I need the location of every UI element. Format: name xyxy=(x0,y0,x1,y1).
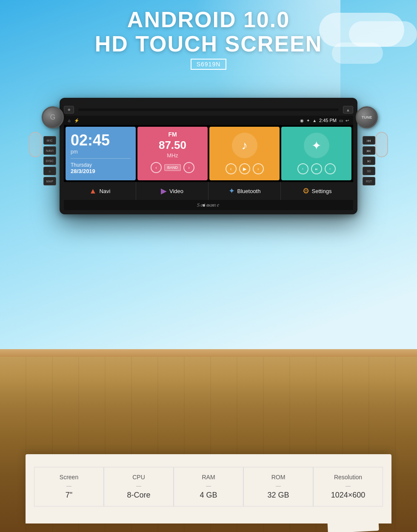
app-grid: 02:45 pm Thursday 28/3/2019 FM 87.50 MHz… xyxy=(64,125,353,182)
nav-dot-1 xyxy=(203,204,205,207)
sd-button[interactable]: SD xyxy=(363,167,375,175)
spec-ram: RAM — 4 GB xyxy=(174,467,243,506)
fm-band-button[interactable]: BAND xyxy=(164,164,181,171)
spec-screen-label: Screen xyxy=(39,474,99,481)
next-track-button[interactable]: ⏭ xyxy=(363,146,375,155)
spec-screen: Screen — 7" xyxy=(34,467,104,506)
clock-date: 28/3/2019 xyxy=(71,168,131,174)
spec-rom-divider: — xyxy=(248,483,308,489)
bt-next-button[interactable]: › xyxy=(325,163,336,174)
spec-cpu: CPU — 8-Core xyxy=(104,467,174,506)
bluetooth-tile[interactable]: ✦ ‹ ⏯ › xyxy=(281,127,351,180)
video-app-label: Video xyxy=(169,188,183,194)
fm-unit: MHz xyxy=(167,152,178,159)
music-play-button[interactable]: ▶ xyxy=(239,163,250,174)
clock-day: Thursday xyxy=(71,162,131,168)
side-buttons-right: ⏮ ⏭ ⏯ SD RST xyxy=(363,136,375,185)
tune-knob[interactable]: TUNE xyxy=(356,106,378,128)
spec-resolution-label: Resolution xyxy=(318,474,378,481)
page-header: ANDROID 10.0 HD TOUCH SCREEN S6919N xyxy=(0,8,417,70)
settings-app-item[interactable]: ⚙ Settings xyxy=(281,182,353,200)
spec-rom: ROM — 32 GB xyxy=(243,467,313,506)
nav-dot-3 xyxy=(212,204,214,207)
video-app-item[interactable]: ▶ Video xyxy=(136,182,208,200)
spec-ram-value: 4 GB xyxy=(178,491,239,500)
battery-status-icon: ▭ xyxy=(339,118,343,123)
fm-radio-tile[interactable]: FM 87.50 MHz ‹ BAND › xyxy=(137,127,208,180)
bluetooth-app-item[interactable]: ✦ Bluetooth xyxy=(208,182,281,200)
status-time: 2:45 PM xyxy=(319,118,337,123)
play-pause-button[interactable]: ⏯ xyxy=(363,156,375,165)
settings-app-icon: ⚙ xyxy=(303,186,309,196)
eject-button[interactable]: ▲ xyxy=(343,106,353,114)
navi-app-item[interactable]: ▲ Navi xyxy=(64,182,136,200)
bluetooth-app-label: Bluetooth xyxy=(237,188,261,194)
navi-app-label: Navi xyxy=(99,188,110,194)
status-bar-right: ◉ ✦ ▲ 2:45 PM ▭ ↩ xyxy=(300,118,349,123)
spec-ram-label: RAM xyxy=(178,474,239,481)
video-app-icon: ▶ xyxy=(161,186,167,196)
side-buttons-left: MIC NAVI DISC ⌂ MAP xyxy=(43,136,56,185)
bluetooth-controls: ‹ ⏯ › xyxy=(297,163,336,174)
touchscreen[interactable]: ⌂ ⚡ ◉ ✦ ▲ 2:45 PM ▭ ↩ 02:45 pm xyxy=(64,116,353,210)
spec-cpu-value: 8-Core xyxy=(109,491,169,500)
rst-button[interactable]: RST xyxy=(363,177,375,185)
music-next-button[interactable]: › xyxy=(253,163,264,174)
bluetooth-status-icon: ✦ xyxy=(306,118,310,123)
specs-grid: Screen — 7" CPU — 8-Core RAM — 4 GB ROM … xyxy=(34,467,383,506)
clock-divider xyxy=(71,158,131,159)
spec-cpu-label: CPU xyxy=(109,474,169,481)
bt-prev-button[interactable]: ‹ xyxy=(297,163,308,174)
disc-button[interactable]: DISC xyxy=(43,156,56,165)
mount-hole-left xyxy=(29,132,42,157)
fm-prev-button[interactable]: ‹ xyxy=(151,162,162,173)
volume-knob[interactable]: G xyxy=(42,106,64,128)
sun-button[interactable]: ✱ xyxy=(64,106,74,114)
spec-ram-divider: — xyxy=(178,483,239,489)
navi-app-icon: ▲ xyxy=(89,187,97,196)
disc-slot xyxy=(78,108,339,111)
spec-screen-divider: — xyxy=(39,483,99,489)
music-note-icon: ♪ xyxy=(242,139,248,152)
fm-next-button[interactable]: › xyxy=(183,162,194,173)
prev-track-button[interactable]: ⏮ xyxy=(363,136,375,145)
bluetooth-icon-background: ✦ xyxy=(304,133,329,158)
specs-section: Screen — 7" CPU — 8-Core RAM — 4 GB ROM … xyxy=(26,454,391,523)
fm-controls: ‹ BAND › xyxy=(151,162,194,173)
spec-resolution: Resolution — 1024×600 xyxy=(313,467,383,506)
wifi-status-icon: ▲ xyxy=(312,118,317,123)
spec-screen-value: 7" xyxy=(39,491,99,500)
shelf-top xyxy=(0,349,417,357)
navigation-dots xyxy=(203,204,214,207)
device-body: G TUNE MIC NAVI DISC ⌂ MAP ⏮ ⏭ ⏯ SD RST … xyxy=(60,98,357,214)
usb-status-icon: ⚡ xyxy=(74,118,79,123)
model-badge: S6919N xyxy=(191,59,227,70)
bottom-apps-row: ▲ Navi ▶ Video ✦ Bluetooth ⚙ Settings xyxy=(64,182,353,200)
settings-app-label: Settings xyxy=(312,188,332,194)
back-status-icon: ↩ xyxy=(346,118,349,123)
status-bar-left: ⌂ ⚡ xyxy=(68,118,79,123)
header-title-line1: ANDROID 10.0 xyxy=(0,8,417,32)
clock-time-display: 02:45 xyxy=(71,133,131,148)
car-stereo-unit: G TUNE MIC NAVI DISC ⌂ MAP ⏮ ⏭ ⏯ SD RST … xyxy=(60,98,357,214)
android-status-bar: ⌂ ⚡ ◉ ✦ ▲ 2:45 PM ▭ ↩ xyxy=(64,116,353,125)
clock-tile[interactable]: 02:45 pm Thursday 28/3/2019 xyxy=(66,127,136,180)
spec-rom-label: ROM xyxy=(248,474,308,481)
map-button[interactable]: MAP xyxy=(43,177,56,185)
music-prev-button[interactable]: ‹ xyxy=(226,163,237,174)
mic-button[interactable]: MIC xyxy=(43,136,56,145)
bt-play-pause-button[interactable]: ⏯ xyxy=(311,163,322,174)
navi-button[interactable]: NAVI xyxy=(43,146,56,155)
spec-resolution-value: 1024×600 xyxy=(318,491,378,500)
bluetooth-app-icon: ✦ xyxy=(228,186,235,196)
device-top-controls: ✱ ▲ xyxy=(64,104,353,116)
header-title-line2: HD TOUCH SCREEN xyxy=(0,32,417,56)
mount-hole-right xyxy=(375,132,388,157)
spec-rom-value: 32 GB xyxy=(248,491,308,500)
fm-frequency: 87.50 xyxy=(159,139,186,151)
music-tile[interactable]: ♪ ‹ ▶ › xyxy=(209,127,280,180)
home-button[interactable]: ⌂ xyxy=(43,167,56,175)
spec-resolution-divider: — xyxy=(318,483,378,489)
clock-ampm: pm xyxy=(71,149,131,155)
spec-cpu-divider: — xyxy=(109,483,169,489)
